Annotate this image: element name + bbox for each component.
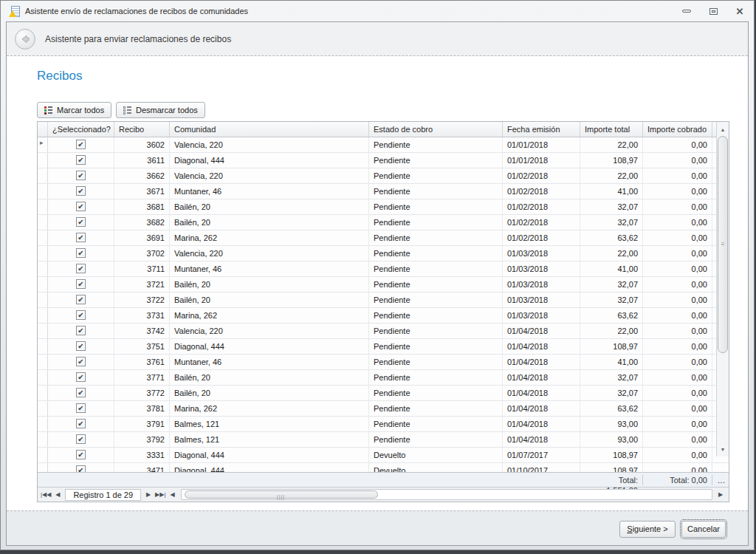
column-header-importe_total[interactable]: Importe total [580,122,643,137]
column-header-recibo[interactable]: Recibo [114,122,170,137]
cell-selected: ✔ [48,339,114,354]
table-row[interactable]: ✔3781Marina, 262Pendiente01/04/201863,62… [38,401,729,417]
table-row[interactable]: ✔3751Diagonal, 444Pendiente01/04/2018108… [38,339,729,355]
back-button[interactable] [15,29,35,49]
row-checkbox[interactable]: ✔ [76,202,86,211]
column-header-fecha[interactable]: Fecha emisión [503,122,580,137]
row-checkbox[interactable]: ✔ [76,233,86,242]
table-row[interactable]: ✔3471Diagonal, 444Devuelto01/10/2017108,… [38,463,729,472]
table-row[interactable]: ✔3711Muntaner, 46Pendiente01/03/201841,0… [38,261,729,277]
row-indicator [38,432,48,447]
table-row[interactable]: ▸✔3602Valencia, 220Pendiente01/01/201822… [38,137,729,153]
cell-fecha: 01/03/2018 [503,277,580,292]
row-checkbox[interactable]: ✔ [76,450,86,459]
scroll-up-icon[interactable]: ▲ [717,123,729,135]
row-checkbox[interactable]: ✔ [76,279,86,289]
first-record-button[interactable]: |◀◀ [40,491,52,498]
table-row[interactable]: ✔3671Muntaner, 46Pendiente01/02/201841,0… [38,184,729,199]
table-row[interactable]: ✔3682Bailén, 20Pendiente01/02/201832,070… [38,215,729,230]
row-checkbox[interactable]: ✔ [76,372,86,382]
cell-recibo: 3792 [114,432,170,447]
cell-selected: ✔ [48,184,114,199]
scroll-right-button[interactable]: ▶ [715,491,726,498]
table-row[interactable]: ✔3721Bailén, 20Pendiente01/03/201832,070… [38,277,729,293]
next-record-button[interactable]: ▶ [142,491,154,498]
column-header-estado[interactable]: Estado de cobro [369,122,503,137]
title-bar[interactable]: Asistente envío de reclamaciones de reci… [1,1,754,21]
cell-comunidad: Diagonal, 444 [170,448,369,462]
scroll-left-button[interactable]: ◀ [167,491,179,498]
cell-selected: ✔ [48,137,114,152]
row-checkbox[interactable]: ✔ [76,388,86,397]
table-row[interactable]: ✔3662Valencia, 220Pendiente01/02/201822,… [38,168,729,184]
horizontal-scrollbar-thumb[interactable]: |||| [185,490,378,499]
table-row[interactable]: ✔3731Marina, 262Pendiente01/03/201863,62… [38,308,729,324]
cell-recibo: 3611 [114,153,170,168]
row-checkbox[interactable]: ✔ [76,140,86,149]
horizontal-scrollbar[interactable]: |||| [181,489,713,500]
cell-importe_total: 22,00 [580,246,643,261]
row-checkbox[interactable]: ✔ [76,171,86,180]
row-checkbox[interactable]: ✔ [76,295,86,304]
last-record-button[interactable]: ▶▶| [154,491,166,498]
row-checkbox[interactable]: ✔ [76,264,86,273]
table-row[interactable]: ✔3691Marina, 262Pendiente01/02/201863,62… [38,230,729,246]
close-button[interactable]: ✕ [732,4,748,18]
vertical-scrollbar[interactable]: ▲ ≡ ▼ [716,122,729,456]
deselect-all-button[interactable]: Desmarcar todos [116,102,205,118]
cell-selected: ✔ [48,401,114,416]
row-checkbox[interactable]: ✔ [76,186,86,196]
table-row[interactable]: ✔3742Valencia, 220Pendiente01/04/201822,… [38,324,729,339]
cell-estado: Pendiente [369,277,503,292]
cell-importe_total: 22,00 [580,324,643,338]
prev-record-button[interactable]: ◀ [52,491,63,498]
row-checkbox[interactable]: ✔ [76,326,86,335]
cell-importe_cobrado: 0,00 [643,153,712,168]
cell-comunidad: Bailén, 20 [170,386,369,400]
table-row[interactable]: ✔3611Diagonal, 444Pendiente01/01/2018108… [38,153,729,168]
next-step-button[interactable]: Siguiente > [619,521,676,538]
cell-fecha: 01/01/2018 [503,137,580,152]
row-checkbox[interactable]: ✔ [76,217,86,227]
cell-estado: Pendiente [369,432,503,447]
table-row[interactable]: ✔3761Muntaner, 46Pendiente01/04/201841,0… [38,355,729,370]
row-checkbox[interactable]: ✔ [76,465,86,472]
cell-importe_cobrado: 0,00 [643,417,712,431]
minimize-button[interactable] [678,4,695,18]
window-title: Asistente envío de reclamaciones de reci… [25,7,248,16]
table-row[interactable]: ✔3792Balmes, 121Pendiente01/04/201893,00… [38,432,729,448]
grid-rows: ▸✔3602Valencia, 220Pendiente01/01/201822… [38,137,729,472]
cancel-button[interactable]: Cancelar [681,521,726,538]
cell-recibo: 3691 [114,230,170,245]
row-checkbox[interactable]: ✔ [76,403,86,413]
table-row[interactable]: ✔3331Diagonal, 444Devuelto01/07/2017108,… [38,448,729,463]
row-indicator [38,277,48,292]
scroll-down-icon[interactable]: ▼ [717,443,729,455]
cell-fecha: 01/07/2017 [503,448,580,462]
table-row[interactable]: ✔3772Bailén, 20Pendiente01/04/201832,070… [38,386,729,401]
cell-fecha: 01/04/2018 [503,355,580,369]
column-header-importe_cobrado[interactable]: Importe cobrado [643,122,712,137]
row-checkbox[interactable]: ✔ [76,310,86,320]
column-header-selected[interactable]: ¿Seleccionado? [48,122,114,137]
vertical-scrollbar-thumb[interactable]: ≡ [718,136,728,353]
maximize-button[interactable] [705,4,721,18]
row-checkbox[interactable]: ✔ [76,248,86,258]
table-row[interactable]: ✔3722Bailén, 20Pendiente01/03/201832,070… [38,293,729,308]
table-row[interactable]: ✔3771Bailén, 20Pendiente01/04/201832,070… [38,370,729,386]
table-row[interactable]: ✔3791Balmes, 121Pendiente01/04/201893,00… [38,417,729,432]
cell-recibo: 3331 [114,448,170,462]
row-checkbox[interactable]: ✔ [76,155,86,165]
cell-comunidad: Muntaner, 46 [170,355,369,369]
row-checkbox[interactable]: ✔ [76,357,86,366]
row-checkbox[interactable]: ✔ [76,434,86,444]
table-row[interactable]: ✔3681Bailén, 20Pendiente01/02/201832,070… [38,199,729,215]
column-header-comunidad[interactable]: Comunidad [170,122,369,137]
cell-comunidad: Valencia, 220 [170,246,369,261]
row-checkbox[interactable]: ✔ [76,419,86,428]
select-all-button[interactable]: Marcar todos [37,102,111,118]
cell-importe_cobrado: 0,00 [643,215,712,230]
cell-fecha: 01/02/2018 [503,215,580,230]
table-row[interactable]: ✔3702Valencia, 220Pendiente01/03/201822,… [38,246,729,261]
row-checkbox[interactable]: ✔ [76,341,86,351]
